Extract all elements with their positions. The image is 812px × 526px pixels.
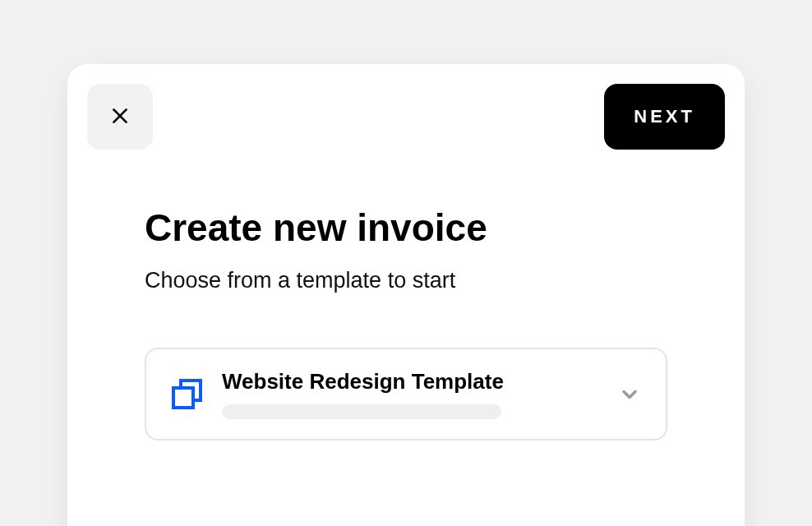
- create-invoice-modal: NEXT Create new invoice Choose from a te…: [67, 64, 745, 526]
- modal-topbar: NEXT: [87, 84, 725, 150]
- page-subtitle: Choose from a template to start: [145, 268, 667, 293]
- chevron-down-icon: [618, 383, 641, 406]
- selected-template-label: Website Redesign Template: [222, 369, 600, 394]
- svg-rect-3: [173, 388, 193, 408]
- next-button[interactable]: NEXT: [604, 84, 725, 150]
- copy-icon: [171, 378, 204, 411]
- dropdown-content: Website Redesign Template: [222, 369, 600, 419]
- close-icon: [109, 105, 131, 129]
- close-button[interactable]: [87, 84, 153, 150]
- modal-content: Create new invoice Choose from a templat…: [87, 150, 725, 441]
- template-dropdown[interactable]: Website Redesign Template: [145, 348, 667, 441]
- page-title: Create new invoice: [145, 205, 667, 250]
- template-description-placeholder: [222, 404, 501, 419]
